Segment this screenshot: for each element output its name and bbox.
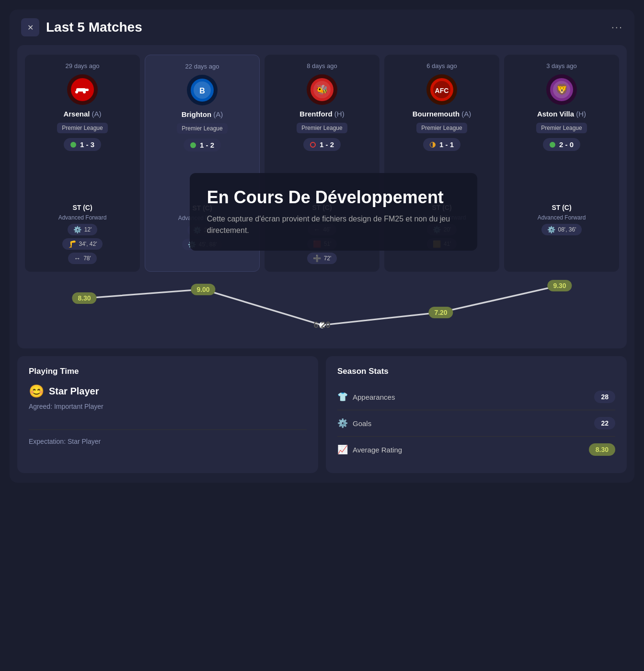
rating-badge: 7.20 <box>428 307 453 318</box>
svg-point-3 <box>75 91 78 93</box>
team-name: Aston Villa (H) <box>537 110 586 118</box>
overlay-text: Cette capture d'écran provient de fichie… <box>207 213 460 236</box>
league-badge: Premier League <box>57 123 107 133</box>
score: 1 - 2 <box>200 141 214 149</box>
result-dot <box>430 142 436 148</box>
overlay-title: En Cours De Développement <box>207 187 460 208</box>
stat-icon: ⚙️ <box>337 418 348 428</box>
stats-list: 👕 Appearances 28 ⚙️ Goals 22 📈 Average R… <box>337 384 615 463</box>
rating-badge: 8.30 <box>72 292 96 304</box>
agreed-text: Agreed: Important Player <box>29 403 307 410</box>
stat-label: Appearances <box>353 393 395 401</box>
matches-area: 29 days ago Arsenal (A) Premier League 1… <box>17 45 627 348</box>
event-icon: ⚙️ <box>547 226 555 233</box>
position-label: ST (C) <box>552 204 571 211</box>
event-icon: ↔️ <box>74 255 80 262</box>
match-card: 29 days ago Arsenal (A) Premier League 1… <box>25 55 140 272</box>
team-logo: 🦁 <box>546 74 577 105</box>
stat-label-group: 👕 Appearances <box>337 392 395 402</box>
playing-time-title: Playing Time <box>29 367 307 376</box>
team-logo: 🐝 <box>307 74 337 105</box>
rating-badge: 9.30 <box>547 280 572 291</box>
score-row: 1 - 2 <box>184 139 221 151</box>
result-dot <box>310 142 316 148</box>
team-name: Brighton (A) <box>182 110 223 118</box>
score: 1 - 2 <box>320 140 334 149</box>
result-dot <box>70 142 76 148</box>
stat-icon: 📈 <box>337 444 348 455</box>
stat-row: ⚙️ Goals 22 <box>337 410 615 437</box>
event-time: 08', 36' <box>558 226 576 233</box>
event-time: 72' <box>324 255 332 262</box>
rating-ghost: 6.20 <box>313 320 330 330</box>
team-logo: B <box>187 75 218 105</box>
stat-value: 22 <box>594 417 615 429</box>
header-left: ✕ Last 5 Matches <box>21 18 142 36</box>
season-stats-title: Season Stats <box>337 367 615 376</box>
score-row: 1 - 2 <box>303 138 341 151</box>
event-time: 78' <box>83 255 91 262</box>
position-sub: Advanced Forward <box>538 214 586 221</box>
smiley-icon: 😊 <box>29 384 44 399</box>
team-name: Arsenal (A) <box>63 110 101 118</box>
result-dot <box>190 142 196 148</box>
event-row: 🦵 34', 42' <box>62 238 103 250</box>
result-dot <box>550 142 555 148</box>
days-ago: 3 days ago <box>546 62 577 69</box>
stat-label: Goals <box>353 419 371 428</box>
league-badge: Premier League <box>536 123 586 133</box>
stat-label: Average Rating <box>353 446 402 454</box>
stat-value: 8.30 <box>589 443 615 456</box>
score-row: 1 - 1 <box>423 138 460 151</box>
team-name: Bournemouth (A) <box>413 110 472 118</box>
close-button[interactable]: ✕ <box>21 18 39 36</box>
svg-rect-2 <box>85 89 89 91</box>
team-logo: AFC <box>426 74 457 105</box>
header: ✕ Last 5 Matches ··· <box>10 10 634 45</box>
svg-text:B: B <box>199 87 205 95</box>
score-row: 1 - 3 <box>64 138 101 151</box>
days-ago: 22 days ago <box>185 63 219 70</box>
match-card: 3 days ago 🦁 Aston Villa (H) Premier Lea… <box>504 55 619 272</box>
expectation-text: Expectation: Star Player <box>29 429 307 445</box>
event-row: ⚙️ 12' <box>68 224 98 235</box>
event-time: 34', 42' <box>79 241 97 247</box>
event-time: 12' <box>84 226 92 233</box>
more-button[interactable]: ··· <box>611 21 623 34</box>
stat-label-group: 📈 Average Rating <box>337 444 402 455</box>
player-info: ST (C) Advanced Forward ⚙️ 08', 36' <box>510 199 613 235</box>
team-name: Brentford (H) <box>299 110 344 118</box>
days-ago: 29 days ago <box>66 62 100 69</box>
score-row: 2 - 0 <box>543 138 580 151</box>
page-title: Last 5 Matches <box>46 20 142 35</box>
stat-label-group: ⚙️ Goals <box>337 418 371 428</box>
days-ago: 8 days ago <box>307 62 337 69</box>
main-window: ✕ Last 5 Matches ··· 29 days ago Arsenal… <box>10 10 634 483</box>
rating-badge: 9.00 <box>191 284 215 295</box>
season-stats-card: Season Stats 👕 Appearances 28 ⚙️ Goals 2… <box>326 356 627 473</box>
star-player-label: Star Player <box>49 386 99 397</box>
playing-time-card: Playing Time 😊 Star Player Agreed: Impor… <box>17 356 318 473</box>
stat-icon: 👕 <box>337 392 348 402</box>
position-sub: Advanced Forward <box>58 214 107 221</box>
stat-value: 28 <box>594 391 615 403</box>
overlay: En Cours De Développement Cette capture … <box>190 173 477 251</box>
event-row: ⚙️ 08', 36' <box>541 224 582 235</box>
event-icon: ⚙️ <box>73 226 81 233</box>
team-logo <box>67 74 98 105</box>
event-row: ➕ 72' <box>307 253 337 264</box>
bottom-grid: Playing Time 😊 Star Player Agreed: Impor… <box>10 356 634 483</box>
svg-point-4 <box>83 91 86 93</box>
chart-area: 8.309.006.207.209.30 <box>25 277 619 334</box>
event-icon: 🦵 <box>68 240 76 248</box>
score: 1 - 3 <box>80 140 94 149</box>
league-badge: Premier League <box>416 123 467 133</box>
svg-text:🐝: 🐝 <box>316 84 328 95</box>
player-info: ST (C) Advanced Forward ⚙️ 12' 🦵 34', 42… <box>31 199 134 264</box>
score: 2 - 0 <box>559 140 574 149</box>
event-row: ↔️ 78' <box>68 253 97 264</box>
event-icon: ➕ <box>313 255 321 262</box>
playing-time-status: 😊 Star Player <box>29 384 307 399</box>
svg-text:AFC: AFC <box>435 87 449 94</box>
score: 1 - 1 <box>439 140 454 149</box>
